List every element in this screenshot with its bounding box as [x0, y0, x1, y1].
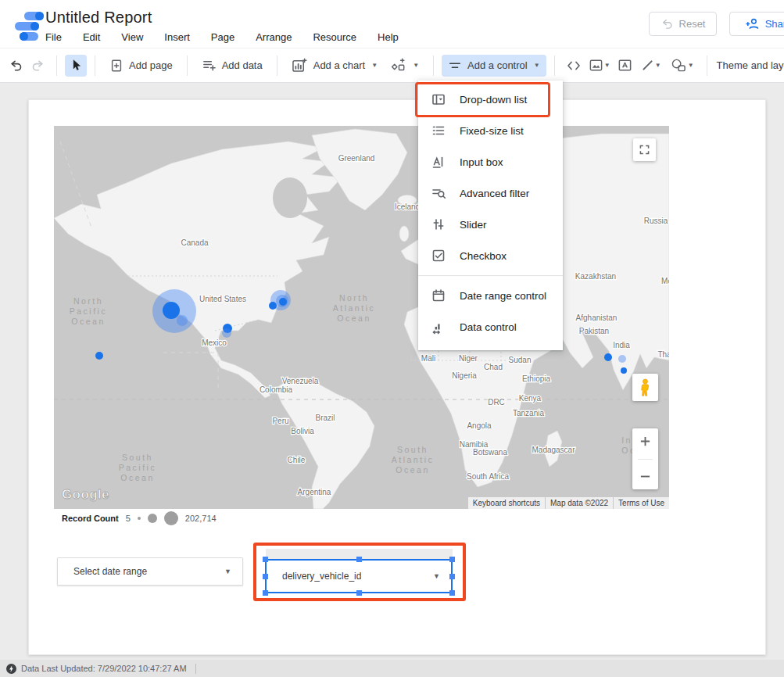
menu-item-label: Date range control — [460, 290, 546, 302]
header-menu: FileEditViewInsertPageArrangeResourceHel… — [45, 31, 399, 43]
chevron-down-icon: ▼ — [433, 572, 440, 580]
date-range-control[interactable]: Select date range ▼ — [57, 557, 243, 586]
redo-button[interactable] — [27, 55, 48, 77]
svg-text:Angola: Angola — [467, 421, 492, 430]
menu-item-label: Drop-down list — [460, 94, 527, 106]
line-icon — [641, 59, 654, 72]
menu-edit[interactable]: Edit — [83, 31, 100, 43]
add-page-button[interactable]: Add page — [103, 55, 179, 77]
share-button[interactable]: Share — [729, 12, 784, 36]
svg-text:Chad: Chad — [484, 363, 503, 371]
add-control-menu: Drop-down listFixed-size listInput boxAd… — [418, 81, 563, 350]
map-attribution-item[interactable]: Keyboard shortcuts — [468, 497, 545, 509]
toolbar: Add page Add data Add a chart ▼ ▼ Add a … — [0, 48, 784, 83]
google-maps-logo: Google — [62, 487, 109, 503]
theme-layout-button[interactable]: Theme and layout — [717, 59, 784, 71]
undo-button[interactable] — [5, 55, 27, 77]
reset-button[interactable]: Reset — [649, 12, 717, 36]
bubble-map-chart[interactable]: GreenlandIcelandRussiaCanadaKazakhstanUn… — [54, 126, 669, 509]
svg-text:United States: United States — [199, 295, 246, 303]
insert-text-button[interactable] — [614, 55, 636, 77]
menu-item-advanced-filter[interactable]: Advanced filter — [418, 177, 563, 209]
selection-handle[interactable] — [356, 590, 362, 596]
menu-file[interactable]: File — [45, 31, 62, 43]
redo-icon — [30, 58, 45, 73]
selection-handle[interactable] — [263, 590, 268, 596]
svg-text:Greenland: Greenland — [338, 154, 375, 163]
selection-handle[interactable] — [356, 557, 362, 562]
menu-item-slider[interactable]: Slider — [418, 209, 563, 240]
svg-text:Mo: Mo — [661, 277, 669, 285]
insert-shape-button[interactable]: ▼ — [666, 55, 699, 77]
insert-line-button[interactable]: ▼ — [636, 55, 666, 77]
lightning-icon — [6, 664, 16, 674]
checkbox-icon — [431, 248, 446, 263]
svg-text:Tanzania: Tanzania — [513, 409, 544, 417]
map-attribution-item[interactable]: Terms of Use — [614, 497, 669, 509]
svg-text:Colombia: Colombia — [260, 385, 293, 394]
select-tool-button[interactable] — [65, 55, 87, 77]
community-visualizations-button[interactable]: ▼ — [384, 54, 425, 77]
chevron-down-icon: ▼ — [604, 62, 610, 69]
selection-handle[interactable] — [263, 574, 268, 579]
svg-text:SouthPacificOcean: SouthPacificOcean — [119, 453, 156, 482]
selection-handle[interactable] — [263, 557, 268, 562]
map-fullscreen-button[interactable] — [633, 138, 656, 161]
add-control-button[interactable]: Add a control ▼ — [442, 55, 546, 77]
svg-text:Madagascar: Madagascar — [532, 446, 575, 454]
legend-dot-large — [164, 511, 178, 525]
code-icon — [566, 58, 582, 73]
menu-item-data-control[interactable]: Data control — [418, 311, 563, 342]
bubble-size-legend: Record Count 5 202,714 — [62, 511, 217, 525]
menu-resource[interactable]: Resource — [313, 31, 356, 43]
svg-text:Afghanistan: Afghanistan — [576, 313, 618, 322]
legend-metric-label: Record Count — [62, 514, 119, 523]
svg-text:Kenya: Kenya — [519, 394, 542, 403]
dropdown-list-control[interactable]: delivery_vehicle_id ▼ — [265, 559, 453, 593]
chevron-down-icon: ▼ — [413, 62, 419, 69]
menu-item-drop-down-list[interactable]: Drop-down list — [418, 84, 563, 115]
embed-url-button[interactable] — [563, 55, 585, 77]
menu-item-input-box[interactable]: Input box — [418, 146, 563, 177]
menu-arrange[interactable]: Arrange — [256, 31, 292, 43]
slider-icon — [431, 217, 446, 232]
menu-item-checkbox[interactable]: Checkbox — [418, 240, 563, 271]
svg-text:India: India — [613, 341, 630, 349]
add-page-icon — [109, 59, 124, 73]
data-control-icon — [431, 319, 446, 335]
map-attribution-item[interactable]: Map data ©2022 — [546, 497, 613, 509]
undo-icon — [9, 58, 23, 73]
zoom-out-button[interactable] — [639, 471, 651, 482]
report-canvas[interactable]: GreenlandIcelandRussiaCanadaKazakhstanUn… — [28, 99, 766, 655]
zoom-in-button[interactable] — [639, 435, 651, 447]
add-data-button[interactable]: Add data — [195, 54, 269, 77]
legend-max-value: 202,714 — [185, 514, 217, 523]
data-last-updated: Data Last Updated: 7/29/2022 10:47:27 AM — [21, 664, 187, 673]
menu-page[interactable]: Page — [211, 31, 234, 43]
selection-handle[interactable] — [449, 557, 455, 562]
menu-item-fixed-size-list[interactable]: Fixed-size list — [418, 115, 563, 146]
divider — [195, 664, 196, 674]
menu-view[interactable]: View — [121, 31, 143, 43]
fixed-size-list-icon — [431, 123, 446, 138]
selection-handle[interactable] — [449, 574, 455, 579]
report-title[interactable]: Untitled Report — [45, 9, 152, 27]
selection-handle[interactable] — [449, 590, 455, 596]
svg-text:Argentina: Argentina — [298, 488, 331, 496]
add-chart-icon — [292, 58, 308, 73]
svg-text:Sudan: Sudan — [509, 356, 532, 364]
svg-text:DRC: DRC — [488, 398, 505, 407]
add-chart-button[interactable]: Add a chart ▼ — [285, 54, 384, 77]
image-icon — [589, 58, 603, 73]
svg-text:NorthPacificOcean: NorthPacificOcean — [70, 296, 107, 326]
status-bar: Data Last Updated: 7/29/2022 10:47:27 AM — [0, 660, 784, 677]
chevron-down-icon: ▼ — [655, 62, 661, 69]
menu-insert[interactable]: Insert — [164, 31, 190, 43]
menu-item-date-range-control[interactable]: Date range control — [418, 280, 563, 311]
svg-text:Chile: Chile — [288, 456, 306, 464]
menu-help[interactable]: Help — [378, 31, 399, 43]
data-studio-logo-icon[interactable] — [6, 6, 42, 42]
street-view-pegman-button[interactable] — [632, 374, 658, 401]
insert-image-button[interactable]: ▼ — [585, 55, 614, 77]
workspace: GreenlandIcelandRussiaCanadaKazakhstanUn… — [0, 83, 784, 660]
